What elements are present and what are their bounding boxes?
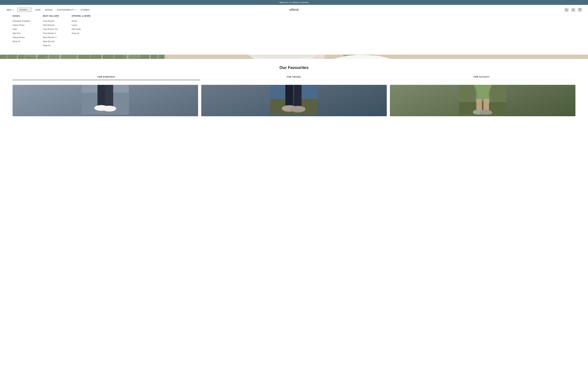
list-item[interactable]: Everyday Sneakers — [12, 20, 30, 22]
list-item[interactable]: Socks — [72, 20, 91, 22]
list-item[interactable]: Shop All — [43, 44, 59, 47]
list-item[interactable]: Wool Runner — [43, 40, 59, 43]
product-image-activity-1 — [390, 85, 576, 116]
favourites-section: Our Favourites FOR EVERYDAY FOR TRAVEL F… — [0, 59, 588, 121]
svg-point-5 — [580, 11, 581, 11]
svg-point-4 — [579, 11, 580, 11]
tab-everyday[interactable]: FOR EVERYDAY — [12, 74, 200, 80]
svg-point-63 — [291, 106, 305, 112]
svg-rect-66 — [476, 99, 482, 112]
svg-point-71 — [480, 110, 492, 115]
product-card-2[interactable] — [201, 85, 387, 118]
search-icon — [565, 9, 568, 11]
list-item[interactable]: Gift Cards — [72, 28, 91, 30]
product-card-image-2 — [201, 85, 387, 116]
announcement-bar: Welcome To Allbirds Australia — [0, 0, 588, 5]
list-item[interactable]: Shop All — [72, 32, 91, 35]
svg-line-2 — [567, 10, 568, 11]
chevron-down-icon: ▾ — [75, 9, 76, 11]
nav-item-kids[interactable]: KIDS — [35, 8, 41, 12]
favourites-tabs: FOR EVERYDAY FOR TRAVEL FOR ACTIVITY — [12, 74, 576, 80]
svg-rect-59 — [294, 85, 302, 107]
menu-col-heading-shoes: SHOES — [12, 15, 30, 17]
nav-item-stores[interactable]: STORES — [80, 8, 90, 12]
cart-icon — [578, 9, 581, 11]
menu-column-bestsellers: BEST SELLERS Tree Runner Tree Breezer Tr… — [43, 15, 59, 48]
svg-point-54 — [102, 106, 116, 111]
product-card-3[interactable] — [390, 85, 576, 118]
tab-travel[interactable]: FOR TRAVEL — [200, 74, 388, 80]
nav-item-women[interactable]: WOMEN ▾ — [17, 8, 31, 12]
menu-column-shoes: SHOES Everyday Sneakers Active Shoes Fla… — [12, 15, 30, 48]
nav-right — [565, 8, 582, 12]
product-illustration-1 — [12, 85, 198, 115]
list-item[interactable]: Active Shoes — [12, 24, 30, 26]
product-illustration-3 — [390, 85, 576, 115]
list-item[interactable]: Flats — [12, 28, 30, 30]
menu-col-heading-apparel: APPAREL & MORE — [72, 15, 91, 17]
nav-item-sustainability[interactable]: SUSTAINABILITY ▾ — [57, 8, 77, 12]
list-item[interactable]: Shop All — [12, 40, 30, 43]
list-item[interactable]: Laces — [72, 24, 91, 26]
menu-col-list-bestsellers: Tree Runner Tree Breezer Tree Runner Go … — [43, 20, 59, 47]
menu-column-apparel: APPAREL & MORE Socks Laces Gift Cards Sh… — [72, 15, 91, 48]
product-image-everyday-1 — [12, 85, 198, 116]
favourites-title: Our Favourites — [12, 65, 576, 70]
svg-rect-50 — [105, 85, 113, 107]
product-grid — [12, 85, 576, 118]
list-item[interactable]: Wool Runner 2 — [43, 36, 59, 38]
product-image-travel-1 — [201, 85, 387, 116]
chevron-down-icon: ▾ — [12, 9, 13, 11]
svg-rect-58 — [285, 85, 293, 107]
mega-menu: SHOES Everyday Sneakers Active Shoes Fla… — [0, 10, 588, 55]
list-item[interactable]: Hiking Shoes — [12, 36, 30, 38]
tab-activity[interactable]: FOR ACTIVITY — [388, 74, 576, 80]
announcement-text: Welcome To Allbirds Australia — [280, 1, 309, 4]
list-item[interactable]: Tree Dasher 2 — [43, 32, 59, 35]
search-button[interactable] — [565, 8, 568, 12]
product-card-image-3 — [390, 85, 576, 116]
product-card-image-1 — [12, 85, 198, 116]
cart-button[interactable] — [578, 8, 582, 12]
svg-rect-49 — [98, 85, 105, 107]
account-button[interactable] — [571, 8, 575, 12]
product-illustration-2 — [201, 85, 387, 115]
account-icon — [572, 9, 575, 11]
nav-item-socks[interactable]: SOCKS — [45, 8, 53, 12]
list-item[interactable]: Tree Runner — [43, 20, 59, 22]
menu-col-list-apparel: Socks Laces Gift Cards Shop All — [72, 20, 91, 35]
chevron-down-icon: ▾ — [29, 9, 30, 11]
nav-item-men[interactable]: MEN ▾ — [6, 8, 14, 12]
menu-col-heading-bestsellers: BEST SELLERS — [43, 15, 59, 17]
nav-left: MEN ▾ WOMEN ▾ KIDS SOCKS SUSTAINABILITY … — [6, 8, 90, 12]
header: MEN ▾ WOMEN ▾ KIDS SOCKS SUSTAINABILITY … — [0, 5, 588, 15]
product-card-1[interactable] — [12, 85, 198, 118]
svg-text:allbirds: allbirds — [289, 8, 299, 12]
list-item[interactable]: Slip-Ons — [12, 32, 30, 35]
site-logo[interactable]: allbirds — [284, 7, 304, 13]
list-item[interactable]: Tree Runner Go — [43, 28, 59, 30]
list-item[interactable]: Tree Breezer — [43, 24, 59, 26]
svg-rect-67 — [483, 99, 489, 112]
menu-col-list-shoes: Everyday Sneakers Active Shoes Flats Sli… — [12, 20, 30, 43]
